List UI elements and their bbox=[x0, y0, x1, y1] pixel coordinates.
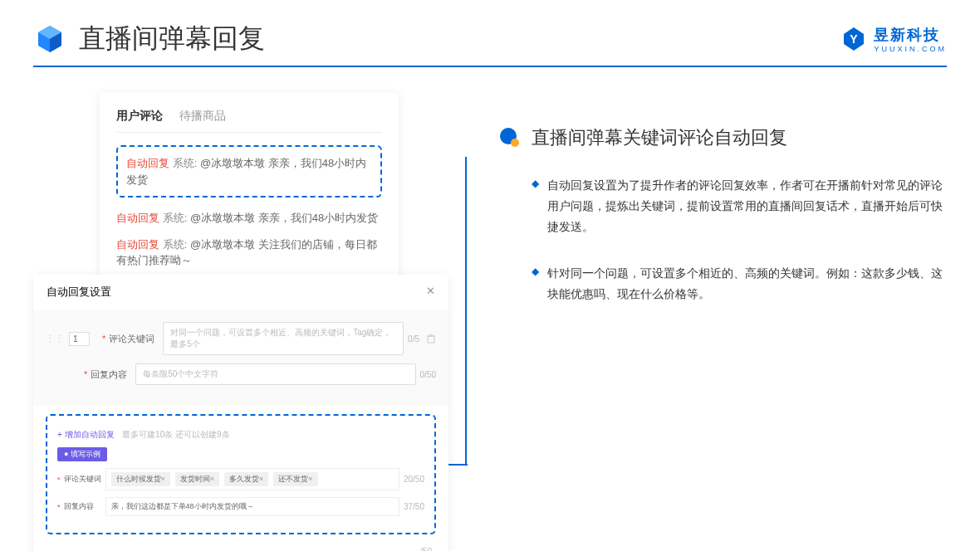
example-content-row: * 回复内容 亲，我们这边都是下单48小时内发货的哦～ 37/50 bbox=[57, 497, 424, 516]
keyword-label: 评论关键词 bbox=[109, 333, 154, 345]
diamond-icon: ◆ bbox=[532, 178, 539, 238]
example-section: + 增加自动回复 最多可建10条 还可以创建9条 ● 填写示例 * 评论关键词 … bbox=[46, 414, 436, 534]
ex-keyword-label: 评论关键词 bbox=[64, 474, 105, 485]
comment-item: 自动回复 系统: @冰墩墩本墩 亲亲，我们48小时内发货 bbox=[116, 210, 382, 227]
example-badge: ● 填写示例 bbox=[57, 447, 107, 461]
tab-user-comments[interactable]: 用户评论 bbox=[116, 109, 163, 124]
logo-icon: Y bbox=[840, 26, 867, 52]
bubble-icon bbox=[498, 126, 522, 149]
bullet-item: ◆ 针对同一个问题，可设置多个相近的、高频的关键词。例如：这款多少钱、这块能优惠… bbox=[498, 263, 947, 305]
auto-reply-badge: 自动回复 bbox=[116, 238, 159, 251]
page-header: 直播间弹幕回复 bbox=[0, 0, 980, 66]
add-auto-reply-link[interactable]: + 增加自动回复 bbox=[57, 430, 115, 439]
close-icon[interactable]: ✕ bbox=[426, 285, 435, 300]
drag-icon[interactable]: ⋮⋮ bbox=[46, 334, 64, 344]
extra-count: /50 bbox=[33, 547, 448, 551]
comments-card: 用户评论 待播商品 自动回复 系统: @冰墩墩本墩 亲亲，我们48小时内发货 自… bbox=[100, 92, 399, 285]
system-label: 系统: bbox=[173, 157, 198, 169]
bullet-item: ◆ 自动回复设置为了提升作者的评论回复效率，作者可在开播前针对常见的评论用户问题… bbox=[498, 175, 947, 238]
keyword-row: ⋮⋮ 1 * 评论关键词 对同一个问题，可设置多个相近、高频的关键词，Tag确定… bbox=[46, 322, 436, 355]
section-title-text: 直播间弹幕关键词评论自动回复 bbox=[532, 125, 787, 150]
ex-keyword-input[interactable]: 什么时候发货× 发货时间× 多久发货× 还不发货× bbox=[105, 468, 399, 490]
svg-point-3 bbox=[511, 139, 519, 147]
required-mark: * bbox=[102, 334, 105, 344]
svg-rect-1 bbox=[428, 336, 434, 343]
tab-products[interactable]: 待播商品 bbox=[179, 109, 226, 124]
settings-modal: 自动回复设置 ✕ ⋮⋮ 1 * 评论关键词 对同一个问题，可设置多个相近、高频的… bbox=[33, 275, 448, 551]
logo-main-text: 昱新科技 bbox=[874, 25, 947, 45]
add-hint: 最多可建10条 还可以创建9条 bbox=[122, 430, 229, 439]
auto-reply-badge: 自动回复 bbox=[116, 212, 159, 224]
tag[interactable]: 什么时候发货× bbox=[111, 472, 170, 486]
diamond-icon: ◆ bbox=[532, 266, 539, 305]
tag[interactable]: 还不发货× bbox=[273, 472, 317, 486]
comment-item: 自动回复 系统: @冰墩墩本墩 关注我们的店铺，每日都有热门推荐呦～ bbox=[116, 236, 382, 269]
highlighted-comment: 自动回复 系统: @冰墩墩本墩 亲亲，我们48小时内发货 bbox=[116, 145, 382, 197]
comment-text: @冰墩墩本墩 亲亲，我们48小时内发货 bbox=[190, 212, 378, 224]
comment-item: 自动回复 系统: @冰墩墩本墩 亲亲，我们48小时内发货 bbox=[126, 155, 372, 188]
count: 0/5 bbox=[408, 334, 419, 344]
count: 0/50 bbox=[420, 370, 436, 379]
trash-icon[interactable] bbox=[426, 334, 436, 344]
header-divider bbox=[33, 66, 947, 67]
modal-header: 自动回复设置 ✕ bbox=[33, 275, 448, 310]
content-row: * 回复内容 每条限50个中文字符 0/50 bbox=[46, 363, 436, 385]
page-title: 直播间弹幕回复 bbox=[79, 21, 265, 57]
required-mark: * bbox=[57, 475, 61, 484]
ex-content-label: 回复内容 bbox=[64, 501, 105, 512]
svg-text:Y: Y bbox=[850, 32, 859, 46]
modal-title: 自动回复设置 bbox=[47, 285, 111, 300]
count: 37/50 bbox=[404, 502, 424, 511]
keyword-input[interactable]: 对同一个问题，可设置多个相近、高频的关键词，Tag确定，最多5个 bbox=[163, 322, 404, 355]
brand-logo: Y 昱新科技 YUUXIN.COM bbox=[840, 25, 947, 53]
cube-icon bbox=[33, 22, 66, 56]
tabs: 用户评论 待播商品 bbox=[116, 109, 382, 133]
system-label: 系统: bbox=[163, 212, 188, 224]
ex-content-input[interactable]: 亲，我们这边都是下单48小时内发货的哦～ bbox=[105, 497, 399, 516]
example-keyword-row: * 评论关键词 什么时候发货× 发货时间× 多久发货× 还不发货× 20/50 bbox=[57, 468, 424, 490]
bullet-text: 针对同一个问题，可设置多个相近的、高频的关键词。例如：这款多少钱、这块能优惠吗、… bbox=[547, 263, 947, 305]
logo-sub-text: YUUXIN.COM bbox=[874, 45, 947, 53]
auto-reply-badge: 自动回复 bbox=[126, 157, 169, 169]
content-input[interactable]: 每条限50个中文字符 bbox=[135, 363, 415, 385]
required-mark: * bbox=[57, 503, 61, 511]
row-number: 1 bbox=[69, 332, 90, 346]
description-panel: 直播间弹幕关键词评论自动回复 ◆ 自动回复设置为了提升作者的评论回复效率，作者可… bbox=[498, 92, 947, 329]
tag[interactable]: 发货时间× bbox=[175, 472, 219, 486]
content-label: 回复内容 bbox=[91, 368, 127, 381]
tag[interactable]: 多久发货× bbox=[224, 472, 268, 486]
screenshot-panel: 用户评论 待播商品 自动回复 系统: @冰墩墩本墩 亲亲，我们48小时内发货 自… bbox=[33, 92, 448, 329]
required-mark: * bbox=[84, 369, 87, 379]
system-label: 系统: bbox=[163, 238, 188, 251]
count: 20/50 bbox=[404, 475, 424, 484]
bullet-text: 自动回复设置为了提升作者的评论回复效率，作者可在开播前针对常见的评论用户问题，提… bbox=[547, 175, 947, 238]
section-title: 直播间弹幕关键词评论自动回复 bbox=[498, 125, 947, 150]
